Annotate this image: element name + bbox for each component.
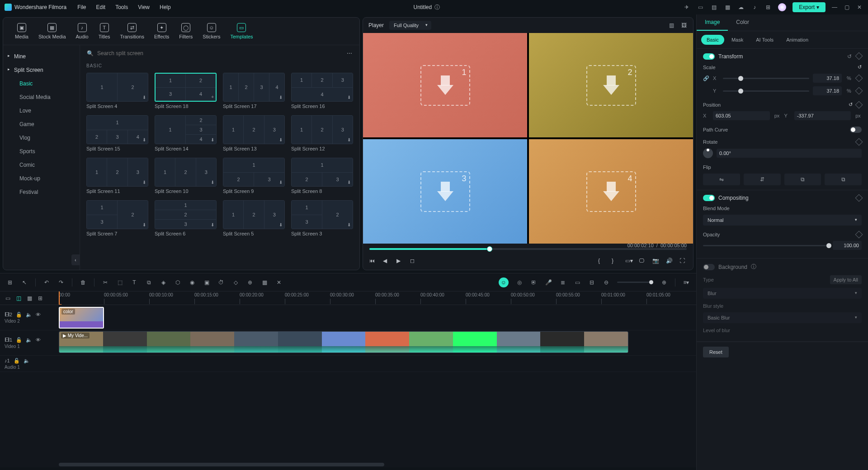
compositing-toggle[interactable] <box>703 195 715 201</box>
template-thumb[interactable]: 1234⬇Split Screen 16 <box>291 73 353 109</box>
cut-button[interactable]: ✂ <box>102 279 109 286</box>
menu-file[interactable]: File <box>77 4 86 10</box>
sidebar-item-sports[interactable]: Sports <box>3 145 80 158</box>
menu-edit[interactable]: Edit <box>96 4 106 10</box>
copy-button[interactable]: ⧉ <box>145 279 152 286</box>
track-layout2-icon[interactable]: ◫ <box>15 295 22 301</box>
track-layout1-icon[interactable]: ▭ <box>5 295 11 301</box>
flip-h-button[interactable]: ⇋ <box>703 174 740 185</box>
layout2-icon[interactable]: ▤ <box>710 4 717 11</box>
picture-icon[interactable]: 🖼 <box>680 22 688 29</box>
tab-stock-media[interactable]: ▦Stock Media <box>34 21 71 41</box>
tl-tool4-icon[interactable]: ▣ <box>203 279 210 286</box>
template-thumb[interactable]: 1234⬇Split Screen 15 <box>86 115 148 151</box>
cloud-icon[interactable]: ☁ <box>737 4 745 11</box>
template-thumb[interactable]: 123⬇Split Screen 3 <box>291 200 353 236</box>
pathcurve-toggle[interactable] <box>850 127 862 133</box>
mic-icon[interactable]: 🎤 <box>545 279 552 286</box>
redo-button[interactable]: ↷ <box>57 279 65 286</box>
subtab-aitools[interactable]: AI Tools <box>750 35 779 45</box>
layout1-icon[interactable]: ▭ <box>697 4 704 11</box>
template-thumb[interactable]: 12⬇Split Screen 4 <box>86 73 148 109</box>
tl-tool3-icon[interactable]: ◉ <box>189 279 196 286</box>
track-a1-audio-icon[interactable]: ♪1 <box>5 358 10 363</box>
info-bg-icon[interactable]: ⓘ <box>751 263 756 271</box>
search-input[interactable] <box>97 50 342 56</box>
track-v2-video-icon[interactable]: 🎞2 <box>5 312 12 317</box>
scrubber[interactable] <box>369 248 687 250</box>
track-layout4-icon[interactable]: ⊞ <box>37 295 43 301</box>
track-v1-mute-icon[interactable]: 🔈 <box>26 337 32 343</box>
scale-x-value[interactable]: 37.18 <box>813 74 842 83</box>
scale-y-kf[interactable] <box>855 87 863 95</box>
playhead[interactable] <box>59 291 60 305</box>
sidebar-head-mine[interactable]: Mine <box>3 50 80 63</box>
template-thumb[interactable]: 123⬇Split Screen 10 <box>155 158 217 194</box>
subtab-basic[interactable]: Basic <box>701 35 724 45</box>
track-a1-lock-icon[interactable]: 🔓 <box>14 358 20 364</box>
apps-icon[interactable]: ⊞ <box>764 4 772 11</box>
tl-tool1-icon[interactable]: ◈ <box>160 279 167 286</box>
sidebar-item-mockup[interactable]: Mock-up <box>3 172 80 185</box>
rotate-dial[interactable] <box>703 148 713 158</box>
sidebar-item-comic[interactable]: Comic <box>3 158 80 172</box>
sidebar-item-festival[interactable]: Festival <box>3 185 80 199</box>
tag-button[interactable]: ◇ <box>232 279 239 286</box>
fullscreen-icon[interactable]: ⛶ <box>679 258 687 265</box>
template-thumb[interactable]: 123⬇Split Screen 8 <box>291 158 353 194</box>
reset-pos-icon[interactable]: ↺ <box>849 102 853 108</box>
scale-y-value[interactable]: 37.18 <box>813 86 842 95</box>
tab-transitions[interactable]: ⇄Transitions <box>116 21 149 41</box>
info-icon[interactable]: ⓘ <box>434 4 441 11</box>
template-thumb[interactable]: 123⬇Split Screen 7 <box>86 200 148 236</box>
zoom-in-button[interactable]: ⊕ <box>660 279 668 286</box>
tab-titles[interactable]: TTitles <box>94 21 115 41</box>
flip-copy1-button[interactable]: ⧉ <box>784 174 821 185</box>
clip-myvideo[interactable]: ▶ My Vide... <box>59 331 628 353</box>
blur-style-dropdown[interactable]: Basic Blur <box>703 312 862 323</box>
scale-y-slider[interactable] <box>723 90 809 92</box>
tl-tool9-icon[interactable]: ⊟ <box>588 279 595 286</box>
tab-media[interactable]: ▣Media <box>10 21 33 41</box>
shield-icon[interactable]: ⛨ <box>530 279 538 286</box>
menu-view[interactable]: View <box>138 4 150 10</box>
track-v1-video-icon[interactable]: 🎞1 <box>5 337 12 343</box>
sidebar-item-vlog[interactable]: Vlog <box>3 131 80 145</box>
opacity-value[interactable]: 100.00 <box>833 241 862 250</box>
sidebar-item-love[interactable]: Love <box>3 104 80 118</box>
stop-button[interactable]: ◻ <box>410 258 417 265</box>
sidebar-item-social[interactable]: Social Media <box>3 90 80 104</box>
template-thumb[interactable]: 123⬇Split Screen 11 <box>86 158 148 194</box>
tl-tool6-icon[interactable]: ▦ <box>261 279 268 286</box>
zoom-out-button[interactable]: ⊖ <box>603 279 610 286</box>
tl-tool5-icon[interactable]: ⊕ <box>246 279 254 286</box>
template-thumb[interactable]: 123⬇Split Screen 9 <box>223 158 285 194</box>
track-a1-mute-icon[interactable]: 🔈 <box>24 358 30 364</box>
timeline-hscroll[interactable] <box>0 462 696 467</box>
pos-x-value[interactable]: 603.05 <box>713 111 770 120</box>
apply-all-button[interactable]: Apply to All <box>830 275 862 284</box>
opacity-kf[interactable] <box>855 231 863 239</box>
rtab-color[interactable]: Color <box>728 14 757 31</box>
template-thumb[interactable]: 123⬇Split Screen 6 <box>155 200 217 236</box>
zoom-slider[interactable] <box>617 282 653 283</box>
scale-x-slider[interactable] <box>723 78 809 79</box>
tl-tool2-icon[interactable]: ⬡ <box>174 279 181 286</box>
reset-button[interactable]: Reset <box>703 347 729 357</box>
pos-kf[interactable] <box>855 101 863 108</box>
flip-v-button[interactable]: ⇵ <box>744 174 781 185</box>
rotate-kf[interactable] <box>855 138 863 146</box>
quality-dropdown[interactable]: Full Quality <box>389 21 431 30</box>
delete-button[interactable]: 🗑 <box>80 279 87 286</box>
track-v1-lock-icon[interactable]: 🔓 <box>16 337 22 343</box>
template-thumb[interactable]: 1234⬇Split Screen 14 <box>155 115 217 151</box>
play-button[interactable]: ▶ <box>396 258 404 265</box>
reset-icon[interactable]: ↺ <box>847 53 852 60</box>
sidebar-head-splitscreen[interactable]: Split Screen <box>3 63 80 77</box>
flip-copy2-button[interactable]: ⧉ <box>825 174 862 185</box>
rotate-value[interactable]: 0.00° <box>717 149 862 158</box>
comp-kf[interactable] <box>855 194 863 202</box>
clip-color[interactable]: color <box>59 307 104 329</box>
play-backward-button[interactable]: ◀ <box>383 258 390 265</box>
bg-type-dropdown[interactable]: Blur <box>703 288 862 299</box>
